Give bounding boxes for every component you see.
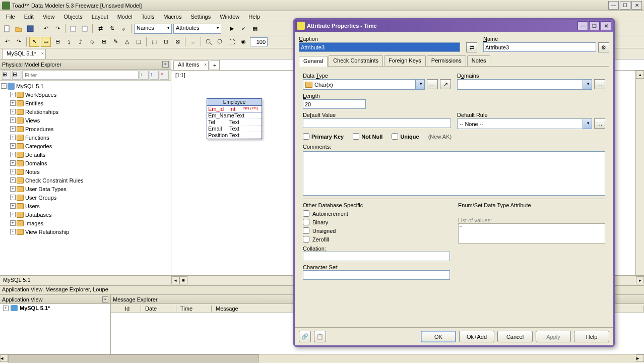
verify-button[interactable]: ✓ xyxy=(238,24,248,34)
tab-notes[interactable]: Notes xyxy=(467,55,491,66)
tree-item[interactable]: +Functions xyxy=(1,133,170,142)
unsigned-checkbox[interactable]: Unsigned xyxy=(303,227,450,234)
zerofill-checkbox[interactable]: Zerofill xyxy=(303,236,450,243)
datatype-combo[interactable]: Char(x) xyxy=(303,79,425,90)
menu-edit[interactable]: Edit xyxy=(20,13,38,21)
close-tab-icon[interactable]: × xyxy=(41,51,44,56)
scroll-left-icon[interactable]: ◂ xyxy=(171,276,179,284)
msg-col-time[interactable]: Time xyxy=(176,306,212,312)
msg-col-date[interactable]: Date xyxy=(141,306,176,312)
app-view-close-button[interactable]: × xyxy=(102,296,108,302)
tab-permissions[interactable]: Permissions xyxy=(427,55,466,66)
expand-icon[interactable]: + xyxy=(10,126,16,132)
minimize-button[interactable]: — xyxy=(608,1,619,10)
layout1-button[interactable]: ⬚ xyxy=(149,37,159,47)
datatype-edit-button[interactable]: ↗ xyxy=(440,79,451,89)
expand-icon[interactable]: + xyxy=(10,109,16,114)
list-values-box[interactable]: '' xyxy=(458,223,605,244)
redo-button[interactable]: ↷ xyxy=(52,24,62,34)
expand-icon[interactable]: + xyxy=(10,100,16,106)
open-button[interactable] xyxy=(14,24,24,34)
view-tool-button[interactable]: ⊞ xyxy=(99,37,109,47)
menu-help[interactable]: Help xyxy=(244,13,264,21)
length-input[interactable] xyxy=(303,99,366,109)
caption-input[interactable] xyxy=(299,42,460,52)
convert-button[interactable]: ⟐ xyxy=(118,24,128,34)
import-button[interactable] xyxy=(80,24,90,34)
align-button[interactable]: ≡ xyxy=(188,37,198,47)
filter-up-button[interactable]: ↑ xyxy=(150,71,159,80)
domains-combo[interactable] xyxy=(457,79,592,90)
ok-add-button[interactable]: Ok+Add xyxy=(459,331,494,342)
expand-icon[interactable]: + xyxy=(10,203,16,209)
tree-item[interactable]: +Views xyxy=(1,116,170,125)
nonidentifying-button[interactable]: ⤴ xyxy=(76,37,86,47)
dialog-close-button[interactable]: ✕ xyxy=(601,21,611,30)
apply-button[interactable]: Apply xyxy=(536,331,571,342)
scroll-right-button[interactable]: ▸ xyxy=(636,354,644,362)
menu-file[interactable]: File xyxy=(2,13,19,21)
close-button[interactable]: ✕ xyxy=(631,1,642,10)
tree-item[interactable]: +WorkSpaces xyxy=(1,90,170,99)
dialog-maximize-button[interactable]: ☐ xyxy=(589,21,600,30)
filter-clear-button[interactable]: × xyxy=(160,71,169,80)
filter-toggle-icon[interactable]: ⊞ xyxy=(2,71,11,80)
app-view-item[interactable]: + MySQL 5.1* xyxy=(0,304,110,312)
comments-textarea[interactable] xyxy=(303,151,605,196)
tab-general[interactable]: General xyxy=(299,56,328,67)
names-combo[interactable]: Names xyxy=(134,24,172,34)
designer-v-scrollbar[interactable]: ▴ xyxy=(635,71,644,275)
loupe-button[interactable]: ◉ xyxy=(238,37,248,47)
zoom-out-button[interactable] xyxy=(215,37,225,47)
save-button[interactable] xyxy=(25,24,35,34)
autoincrement-checkbox[interactable]: Autoincrement xyxy=(303,210,450,217)
tree-item[interactable]: +Domains xyxy=(1,159,170,167)
tree-item[interactable]: +Defaults xyxy=(1,150,170,159)
export-button[interactable] xyxy=(68,24,78,34)
entity-column-row[interactable]: EmailText xyxy=(207,126,262,132)
expand-icon[interactable]: + xyxy=(10,117,16,123)
report-button[interactable]: ▦ xyxy=(250,24,260,34)
redo2-button[interactable]: ↷ xyxy=(14,37,24,47)
tree-item[interactable]: +View Relationship xyxy=(1,227,170,236)
menu-macros[interactable]: Macros xyxy=(159,13,185,21)
entity-column-row[interactable]: Em_idIntNN (PK) xyxy=(207,106,262,112)
binary-checkbox[interactable]: Binary xyxy=(303,219,450,225)
designer-tab-allitems[interactable]: All Items × xyxy=(173,60,209,70)
default-value-input[interactable] xyxy=(303,118,451,128)
fit-button[interactable]: ⛶ xyxy=(227,37,237,47)
default-rule-browse-button[interactable]: … xyxy=(594,118,605,129)
tree-item[interactable]: +Notes xyxy=(1,167,170,176)
expand-icon[interactable]: + xyxy=(10,220,16,226)
tree-root[interactable]: − MySQL 5.1 xyxy=(1,82,170,90)
expand-icon[interactable]: + xyxy=(10,229,16,234)
cancel-button[interactable]: Cancel xyxy=(497,331,533,342)
collation-input[interactable] xyxy=(303,252,450,261)
scroll-left-button[interactable]: ◂ xyxy=(0,354,8,362)
category-tool-button[interactable]: △ xyxy=(122,37,132,47)
tree-item[interactable]: +Check Constraint Rules xyxy=(1,176,170,185)
entity-column-row[interactable]: TelText xyxy=(207,119,262,126)
filter-tree-icon[interactable]: ⊟ xyxy=(12,71,21,80)
tree-item[interactable]: +Images xyxy=(1,219,170,227)
unique-checkbox[interactable]: Unique xyxy=(392,133,419,140)
link-icon-button[interactable]: 🔗 xyxy=(299,331,311,342)
menu-model[interactable]: Model xyxy=(113,13,137,21)
undo2-button[interactable]: ↶ xyxy=(2,37,12,47)
entity-column-row[interactable]: Em_NameText xyxy=(207,112,262,119)
tree-item[interactable]: +Categories xyxy=(1,142,170,150)
expand-icon[interactable]: + xyxy=(10,143,16,149)
entity-column-row[interactable]: PositionText xyxy=(207,132,262,139)
link-button[interactable]: ⇄ xyxy=(466,42,477,52)
tree-item[interactable]: +Databases xyxy=(1,210,170,219)
menu-layout[interactable]: Layout xyxy=(88,13,112,21)
new-button[interactable] xyxy=(2,24,12,34)
dialog-titlebar[interactable]: Attribute Properties - Time — ☐ ✕ xyxy=(295,20,613,32)
attributes-combo[interactable]: Attributes xyxy=(173,24,221,34)
run-button[interactable]: ▶ xyxy=(227,24,237,34)
tree-item[interactable]: +User Groups xyxy=(1,193,170,202)
expand-icon[interactable]: + xyxy=(10,177,16,183)
menu-objects[interactable]: Objects xyxy=(59,13,86,21)
maximize-button[interactable]: ☐ xyxy=(620,1,630,10)
entity-tool-button[interactable]: ▭ xyxy=(41,37,51,47)
